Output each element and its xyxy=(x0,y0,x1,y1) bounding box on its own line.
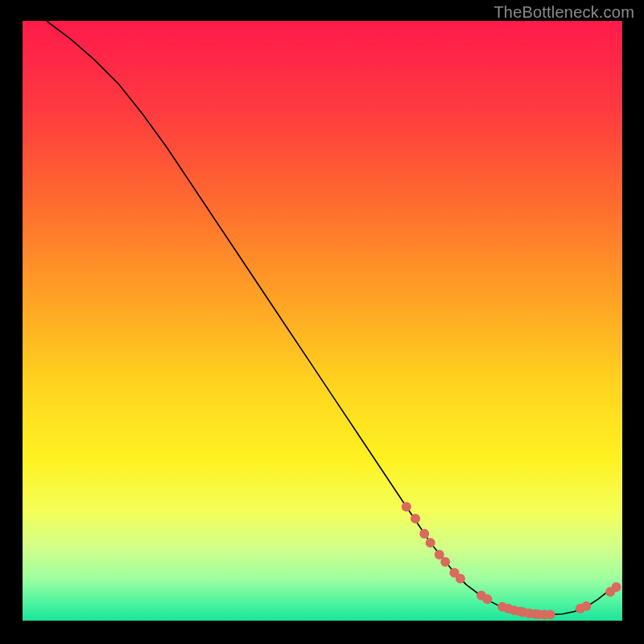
marker-point xyxy=(411,514,420,523)
marker-point xyxy=(482,594,492,604)
marker-point xyxy=(426,538,436,547)
marker-point xyxy=(456,574,465,584)
gradient-background xyxy=(23,21,622,621)
chart-root: TheBottleneck.com xyxy=(0,0,644,644)
marker-point xyxy=(581,601,591,611)
chart-svg xyxy=(23,21,622,621)
marker-point xyxy=(546,610,555,620)
marker-point xyxy=(612,582,621,592)
marker-point xyxy=(402,502,411,511)
marker-point xyxy=(419,529,429,539)
plot-area xyxy=(23,21,622,621)
marker-point xyxy=(440,557,450,567)
watermark-text: TheBottleneck.com xyxy=(493,3,634,22)
